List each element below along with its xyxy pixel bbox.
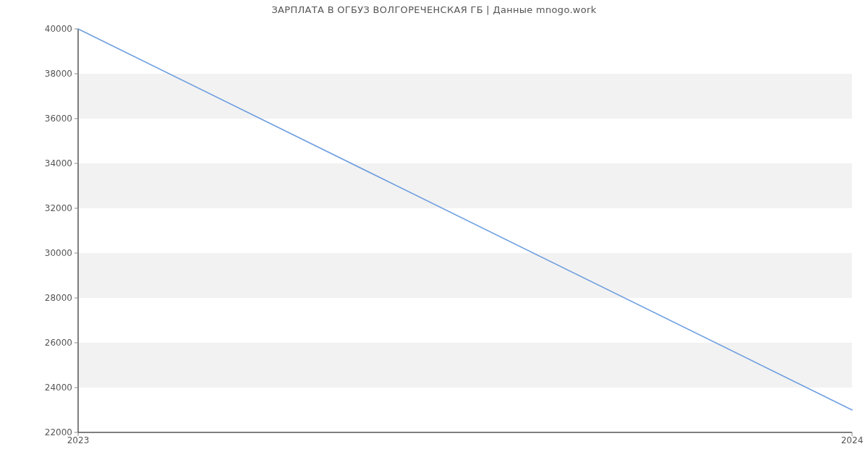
y-tick-label: 32000: [7, 203, 72, 213]
y-tick-label: 22000: [7, 427, 72, 437]
y-tick-label: 38000: [7, 69, 72, 79]
plot-area: [78, 29, 852, 432]
svg-rect-0: [78, 343, 852, 388]
y-tick-label: 40000: [7, 24, 72, 34]
y-tick-label: 26000: [7, 338, 72, 348]
y-tick-label: 30000: [7, 248, 72, 258]
y-tick-label: 36000: [7, 114, 72, 124]
chart-container: ЗАРПЛАТА В ОГБУЗ ВОЛГОРЕЧЕНСКАЯ ГБ | Дан…: [0, 0, 868, 470]
y-tick-label: 24000: [7, 383, 72, 393]
x-tick-label: 2023: [67, 435, 90, 445]
y-tick-label: 34000: [7, 158, 72, 168]
chart-title: ЗАРПЛАТА В ОГБУЗ ВОЛГОРЕЧЕНСКАЯ ГБ | Дан…: [0, 4, 868, 15]
chart-svg: [78, 29, 852, 432]
svg-rect-2: [78, 163, 852, 208]
svg-rect-1: [78, 253, 852, 298]
x-tick-label: 2024: [841, 435, 864, 445]
y-tick-label: 28000: [7, 293, 72, 303]
svg-rect-3: [78, 74, 852, 119]
